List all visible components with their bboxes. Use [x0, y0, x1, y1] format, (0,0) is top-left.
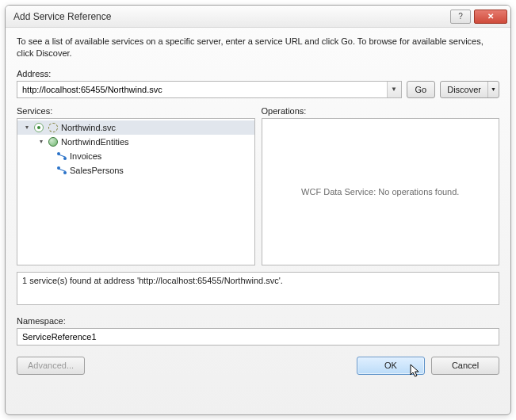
dialog-window: Add Service Reference ? ✕ To see a list …: [5, 5, 511, 415]
chevron-down-icon: ▼: [491, 86, 496, 92]
status-box: 1 service(s) found at address 'http://lo…: [17, 272, 499, 305]
operation-icon: [56, 151, 67, 162]
expander-icon[interactable]: ▾: [36, 137, 45, 146]
service-icon: [33, 122, 44, 133]
go-button[interactable]: Go: [407, 81, 436, 98]
tree-node-root[interactable]: ▾ Northwind.svc: [17, 120, 254, 135]
gear-icon: [48, 122, 59, 133]
expander-icon[interactable]: ▾: [22, 123, 31, 132]
cursor-icon: [410, 364, 421, 380]
namespace-label: Namespace:: [17, 316, 499, 326]
discover-button[interactable]: Discover ▼: [440, 81, 499, 98]
chevron-down-icon: ▼: [391, 86, 397, 93]
operations-pane: Operations: WCF Data Service: No operati…: [262, 106, 500, 265]
tree-node-label: NorthwindEntities: [61, 137, 129, 147]
services-pane: Services: ▾ Northwind.svc ▾ NorthwindE: [17, 106, 255, 265]
help-button[interactable]: ?: [450, 10, 471, 24]
discover-label: Discover: [441, 82, 487, 97]
tree-node-entities[interactable]: ▾ NorthwindEntities: [17, 135, 254, 149]
help-icon: ?: [458, 12, 463, 21]
instructions-text: To see a list of available services on a…: [17, 36, 499, 59]
tree-node-label: Invoices: [70, 151, 101, 161]
address-row: ▼ Go Discover ▼: [17, 81, 499, 98]
tree-node-leaf[interactable]: Invoices: [17, 149, 254, 163]
operations-label: Operations:: [262, 106, 500, 116]
advanced-button[interactable]: Advanced...: [17, 357, 85, 375]
ok-button[interactable]: OK: [357, 357, 425, 375]
tree-inner: ▾ Northwind.svc ▾ NorthwindEntities: [17, 119, 254, 179]
address-combo[interactable]: ▼: [17, 81, 402, 98]
operation-icon: [56, 165, 67, 176]
ok-label: OK: [384, 361, 397, 370]
close-icon: ✕: [487, 12, 494, 21]
services-label: Services:: [17, 106, 255, 116]
operations-empty-text: WCF Data Service: No operations found.: [301, 187, 459, 197]
discover-dropdown[interactable]: ▼: [487, 82, 499, 97]
panes: Services: ▾ Northwind.svc ▾ NorthwindE: [17, 106, 499, 265]
address-input[interactable]: [17, 82, 387, 97]
window-buttons: ? ✕: [450, 10, 507, 24]
cancel-button[interactable]: Cancel: [431, 357, 499, 375]
tree-node-leaf[interactable]: SalesPersons: [17, 163, 254, 178]
footer: Advanced... OK Cancel: [17, 357, 499, 375]
close-button[interactable]: ✕: [474, 10, 507, 24]
dialog-content: To see a list of available services on a…: [6, 28, 510, 414]
globe-icon: [48, 136, 59, 147]
tree-node-label: Northwind.svc: [61, 123, 116, 132]
titlebar: Add Service Reference ? ✕: [6, 6, 510, 28]
status-text: 1 service(s) found at address 'http://lo…: [22, 276, 283, 285]
namespace-input[interactable]: [17, 328, 499, 346]
address-label: Address:: [17, 69, 499, 78]
address-dropdown[interactable]: ▼: [387, 82, 401, 97]
operations-list[interactable]: WCF Data Service: No operations found.: [262, 118, 500, 265]
window-title: Add Service Reference: [13, 11, 450, 22]
services-tree[interactable]: ▾ Northwind.svc ▾ NorthwindEntities: [17, 118, 255, 265]
tree-node-label: SalesPersons: [70, 166, 124, 175]
